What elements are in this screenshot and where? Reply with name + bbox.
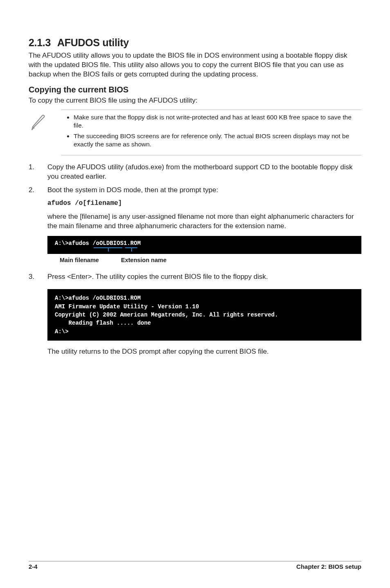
terminal-wrapper: A:\>afudos /oOLDBIOS1.ROM — [47, 236, 361, 254]
section-heading: 2.1.3AFUDOS utility — [29, 37, 361, 49]
subheading: Copying the current BIOS — [29, 85, 361, 94]
step-text: Press <Enter>. The utility copies the cu… — [47, 272, 361, 282]
note-block: Make sure that the floppy disk is not wr… — [29, 110, 361, 156]
step-number: 1. — [29, 163, 39, 182]
terminal-output: A:\>afudos /oOLDBIOS1.ROM AMI Firmware U… — [47, 289, 361, 340]
filename-labels: Main filename Extension name — [47, 256, 361, 265]
note-list-box: Make sure that the floppy disk is not wr… — [61, 110, 361, 156]
extension-name-label: Extension name — [121, 256, 166, 265]
section-title: AFUDOS utility — [57, 37, 129, 48]
chapter-title: Chapter 2: BIOS setup — [296, 563, 361, 570]
step-number: 2. — [29, 186, 39, 268]
steps-list: 1. Copy the AFUDOS utility (afudos.exe) … — [29, 163, 361, 361]
note-item: Make sure that the floppy disk is not wr… — [74, 113, 360, 130]
tick-mark — [108, 247, 109, 251]
step-description: where the [filename] is any user-assigne… — [47, 212, 361, 231]
page-footer: 2-4 Chapter 2: BIOS setup — [29, 561, 361, 570]
page-number: 2-4 — [29, 563, 38, 570]
main-filename-label: Main filename — [60, 256, 121, 265]
terminal-output: A:\>afudos /oOLDBIOS1.ROM — [47, 236, 361, 254]
step-after-text: The utility returns to the DOS prompt af… — [47, 347, 361, 357]
step-number: 3. — [29, 272, 39, 360]
section-number: 2.1.3 — [29, 37, 51, 48]
step-text: Copy the AFUDOS utility (afudos.exe) fro… — [47, 163, 361, 182]
pencil-note-icon — [29, 110, 50, 156]
command-text: afudos /o[filename] — [47, 199, 361, 208]
copy-intro: To copy the current BIOS file using the … — [29, 96, 361, 105]
step-text: Boot the system in DOS mode, then at the… — [47, 186, 361, 195]
intro-paragraph: The AFUDOS utility allows you to update … — [29, 51, 361, 79]
note-item: The succeeding BIOS screens are for refe… — [74, 132, 360, 148]
tick-mark — [131, 247, 132, 251]
